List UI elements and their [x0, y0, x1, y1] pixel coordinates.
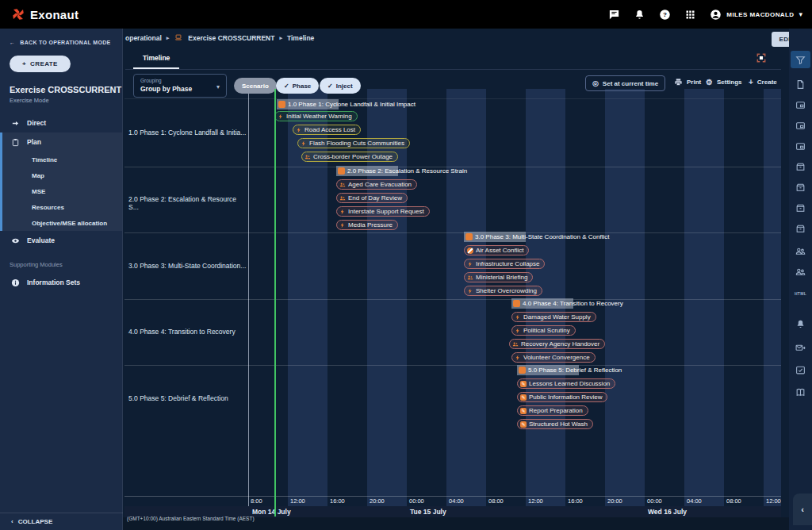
bolt-icon [467, 288, 473, 294]
sidebar-item-objective-mse-allocation[interactable]: Objective/MSE allocation [2, 215, 122, 231]
phase-icon [465, 233, 473, 240]
sidebar-item-resources[interactable]: Resources [2, 199, 122, 215]
print-button[interactable]: Print [674, 78, 701, 86]
inject-pill[interactable]: Initial Weather Warning [274, 111, 358, 121]
html-icon[interactable]: HTML [789, 286, 812, 301]
phase-bar[interactable]: 4.0 Phase 4: Transition to Recovery [511, 298, 623, 309]
bolt-icon [467, 261, 473, 267]
mail-forward-icon[interactable] [789, 340, 812, 355]
chevron-left-icon: ‹ [11, 518, 13, 525]
inject-pill[interactable]: ✎ Lessons Learned Discussion [517, 378, 615, 389]
filter-icon[interactable] [791, 51, 810, 68]
inject-pill[interactable]: Infrastructure Collapse [464, 259, 545, 269]
tab-timeline[interactable]: Timeline [133, 54, 179, 62]
row-separator [124, 365, 781, 366]
inject-pill[interactable]: Flash Flooding Cuts Communities [297, 138, 410, 148]
inject-pill[interactable]: Volunteer Convergence [511, 352, 596, 363]
phase-bar[interactable]: 2.0 Phase 2: Escalation & Resource Strai… [336, 166, 467, 176]
sidebar-item-information-sets[interactable]: Information Sets [0, 273, 122, 292]
sidebar-item-map[interactable]: Map [2, 167, 122, 183]
apps-grid-icon[interactable] [684, 9, 696, 21]
fullscreen-icon[interactable] [756, 52, 767, 67]
inject-pill[interactable]: Road Access Lost [293, 125, 361, 135]
grouping-select[interactable]: Grouping Group by Phase ▾ [133, 74, 227, 98]
laptop-icon [174, 33, 183, 43]
ballot-icon[interactable] [789, 362, 812, 378]
timezone-label: (GMT+10:00) Australian Eastern Standard … [127, 516, 255, 521]
phase-title: 4.0 Phase 4: Transition to Recovery [523, 300, 623, 307]
inject-pill[interactable]: Recovery Agency Handover [509, 339, 605, 349]
bolt-icon [515, 355, 521, 361]
inject-pill[interactable]: ✎ Report Preparation [517, 405, 588, 416]
row-separator [124, 299, 781, 300]
archive-icon[interactable] [789, 179, 812, 195]
settings-button[interactable]: ⚙ Settings [706, 78, 742, 86]
sidebar-item-direct[interactable]: Direct [0, 113, 122, 132]
notifications-bell-icon[interactable] [634, 9, 645, 21]
create-timeline-item-button[interactable]: + Create [749, 78, 777, 86]
current-time-line [274, 89, 276, 517]
axis-tick-label: 12:00 [766, 497, 781, 505]
note-icon: ✎ [520, 408, 527, 414]
sidebar-collapse-button[interactable]: ‹ COLLAPSE [0, 513, 123, 530]
brand-logo[interactable]: Exonaut [11, 7, 79, 21]
inject-pill[interactable]: Cross-border Power Outage [301, 152, 398, 162]
axis-tick-label: 00:00 [647, 497, 662, 505]
phase-bar[interactable]: 5.0 Phase 5: Debrief & Reflection [517, 365, 622, 375]
inject-pill[interactable]: ✎ Structured Hot Wash [517, 419, 593, 429]
card-icon[interactable] [789, 138, 812, 154]
group-icon[interactable] [789, 263, 812, 279]
axis-tick-label: 04:00 [687, 497, 702, 505]
breadcrumb-exercise[interactable]: Exercise CROSSCURRENT [188, 34, 274, 42]
sidebar-item-timeline[interactable]: Timeline [2, 152, 122, 167]
chip-inject[interactable]: ✓ Inject [320, 78, 361, 94]
sidebar-item-plan[interactable]: Plan [2, 132, 122, 152]
chip-phase[interactable]: ✓ Phase [276, 78, 319, 94]
row-label-phase-2: 2.0 Phase 2: Escalation & Resource S... [128, 195, 247, 211]
inject-pill[interactable]: Damaged Water Supply [511, 312, 596, 322]
bolt-icon [339, 222, 346, 229]
document-icon[interactable] [789, 76, 812, 92]
archive-icon[interactable] [789, 159, 812, 175]
book-icon[interactable] [789, 384, 812, 400]
chip-scenario[interactable]: Scenario [234, 78, 277, 94]
bell-icon[interactable] [789, 316, 812, 332]
eye-icon [11, 236, 20, 245]
user-menu[interactable]: MILES MACDONALD ▾ [710, 9, 802, 21]
breadcrumb-separator-icon: ▸ [279, 35, 282, 41]
inject-pill[interactable]: ✎ Public Information Review [517, 392, 607, 402]
phase-bar[interactable]: 3.0 Phase 3: Multi-State Coordination & … [464, 232, 609, 242]
right-rail-collapse-button[interactable]: ‹ [793, 494, 812, 525]
create-button[interactable]: + CREATE [10, 56, 71, 72]
breadcrumb-timeline[interactable]: Timeline [287, 34, 314, 42]
group-icon[interactable] [789, 243, 812, 259]
inject-pill[interactable]: Air Asset Conflict [464, 245, 529, 255]
card-icon[interactable] [789, 97, 812, 113]
feedback-message-icon[interactable] [608, 9, 620, 21]
bolt-icon [515, 314, 521, 321]
inject-pill[interactable]: Interstate Support Request [336, 206, 430, 217]
set-at-current-time-button[interactable]: ◎ Set at current time [585, 75, 665, 91]
sidebar-item-evaluate[interactable]: Evaluate [0, 231, 122, 250]
inject-pill[interactable]: End of Day Review [336, 193, 408, 203]
phase-bar[interactable]: 1.0 Phase 1: Cyclone Landfall & Initial … [277, 99, 416, 109]
sidebar-item-mse[interactable]: MSE [2, 183, 122, 199]
axis-tick-label: 12:00 [528, 497, 543, 505]
inject-pill[interactable]: Aged Care Evacuation [336, 179, 417, 190]
supporting-modules-label: Supporting Modules [10, 261, 122, 268]
phase-icon [338, 167, 345, 175]
inject-pill[interactable]: Ministerial Briefing [464, 272, 533, 282]
inject-pill[interactable]: Shelter Overcrowding [464, 286, 542, 296]
archive-icon[interactable] [789, 221, 812, 236]
clipboard-icon [11, 138, 20, 147]
help-icon[interactable] [659, 9, 671, 21]
user-name: MILES MACDONALD [726, 11, 794, 18]
axis-tick-label: 08:00 [488, 497, 504, 505]
back-to-operational-mode[interactable]: ← BACK TO OPERATIONAL MODE [10, 40, 122, 45]
archive-icon[interactable] [789, 200, 812, 216]
breadcrumb-operational[interactable]: operational [125, 34, 162, 42]
tab-bar: Timeline [125, 49, 781, 70]
card-icon[interactable] [789, 117, 812, 133]
inject-pill[interactable]: Media Pressure [336, 220, 398, 230]
inject-pill[interactable]: Political Scrutiny [511, 325, 576, 336]
